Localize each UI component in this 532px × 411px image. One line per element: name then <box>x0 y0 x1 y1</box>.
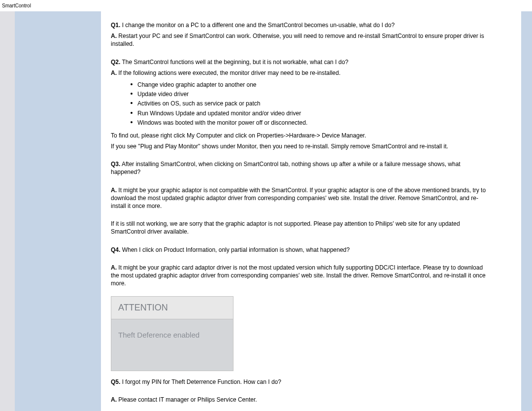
a2-block: A. If the following actions were execute… <box>111 69 491 77</box>
q2-block: Q2. The SmartControl functions well at t… <box>111 58 491 66</box>
attention-body: Theft Deference enabled <box>111 319 233 371</box>
q4-text: When I click on Product Information, onl… <box>122 246 350 253</box>
attention-title: ATTENTION <box>111 297 233 319</box>
a5-label: A. <box>111 396 117 403</box>
sidebar <box>15 11 101 411</box>
bullet-list: Change video graphic adapter to another … <box>131 81 491 127</box>
a5-block: A. Please contact IT manager or Philips … <box>111 396 491 404</box>
q4-block: Q4. When I click on Product Information,… <box>111 246 491 254</box>
page-container: Q1. I change the monitor on a PC to a di… <box>0 11 532 411</box>
main-content: Q1. I change the monitor on a PC to a di… <box>101 11 505 411</box>
far-right-strip <box>521 11 532 411</box>
q5-block: Q5. I forgot my PIN for Theft Deterrence… <box>111 378 491 386</box>
findout-text-2: If you see "Plug and Play Monitor" shows… <box>111 142 491 150</box>
left-margin <box>0 11 15 411</box>
q2-label: Q2. <box>111 59 120 66</box>
bullet-item: Run Windows Update and updated monitor a… <box>131 109 491 117</box>
attention-dialog: ATTENTION Theft Deference enabled <box>111 296 233 371</box>
bullet-item: Change video graphic adapter to another … <box>131 81 491 89</box>
a3-block: A. It might be your graphic adaptor is n… <box>111 186 491 210</box>
a4-label: A. <box>111 264 117 271</box>
a1-block: A. Restart your PC and see if SmartContr… <box>111 32 491 48</box>
a2-label: A. <box>111 69 117 76</box>
q3-text: After installing SmartControl, when clic… <box>111 161 461 175</box>
q5-label: Q5. <box>111 378 120 385</box>
a3-label: A. <box>111 187 117 194</box>
q2-text: The SmartControl functions well at the b… <box>122 59 348 66</box>
bullet-item: Windows was booted with the monitor powe… <box>131 119 491 127</box>
a5-text: Please contact IT manager or Philips Ser… <box>118 396 257 403</box>
q5-text: I forgot my PIN for Theft Deterrence Fun… <box>122 378 281 385</box>
a4-text: It might be your graphic card adaptor dr… <box>111 264 486 287</box>
a4-block: A. It might be your graphic card adaptor… <box>111 264 491 288</box>
a1-text: Restart your PC and see if SmartControl … <box>111 33 484 47</box>
a1-label: A. <box>111 33 117 39</box>
q1-text: I change the monitor on a PC to a differ… <box>122 22 395 29</box>
right-margin <box>505 11 521 411</box>
a2-text: If the following actions were executed, … <box>118 69 340 76</box>
bullet-item: Update video driver <box>131 90 491 98</box>
q3-extra: If it is still not working, we are sorry… <box>111 220 491 236</box>
q3-label: Q3. <box>111 161 120 168</box>
bullet-item: Activities on OS, such as service pack o… <box>131 100 491 107</box>
q3-block: Q3. After installing SmartControl, when … <box>111 160 491 176</box>
q4-label: Q4. <box>111 246 120 253</box>
q1-label: Q1. <box>111 22 120 29</box>
a3-text: It might be your graphic adaptor is not … <box>111 187 486 209</box>
findout-text-1: To find out, please right click My Compu… <box>111 132 491 139</box>
q1-block: Q1. I change the monitor on a PC to a di… <box>111 21 491 29</box>
header-title: SmartControl <box>0 0 532 11</box>
